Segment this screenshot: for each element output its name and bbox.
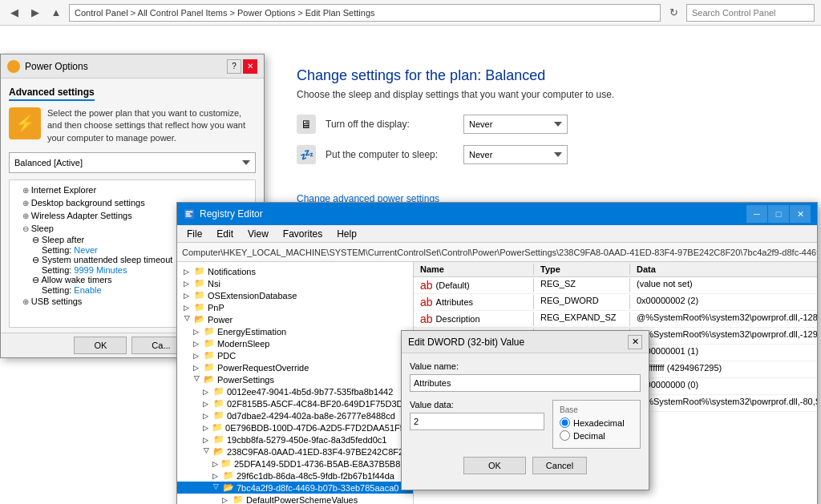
power-options-titlebar: Power Options ? ✕: [1, 54, 264, 79]
dword-content: Value name: Value data: Base Hexadecimal: [402, 353, 649, 482]
plan-select[interactable]: Balanced [Active]: [9, 152, 256, 173]
registry-tree: ▷📁Notifications ▷📁Nsi ▷📁OSExtensionDatab…: [177, 262, 414, 504]
reg-maximize-button[interactable]: □: [768, 205, 789, 223]
sleep-dropdown[interactable]: Never: [463, 145, 568, 164]
tree-pnp[interactable]: ▷📁PnP: [177, 301, 413, 313]
svg-rect-1: [186, 212, 193, 213]
value-data-input[interactable]: [410, 413, 544, 430]
base-label: Base: [560, 405, 633, 414]
hex-label: Hexadecimal: [573, 418, 625, 428]
dword-titlebar: Edit DWORD (32-bit) Value ✕: [402, 331, 649, 353]
value-name-input[interactable]: [410, 374, 641, 392]
tree-guid3[interactable]: ▷📁0d7dbae2-4294-402a-ba8e-26777e8488cd: [177, 409, 413, 421]
tree-pdc[interactable]: ▷📁PDC: [177, 349, 413, 361]
dword-close-button[interactable]: ✕: [628, 335, 642, 349]
forward-button[interactable]: ▶: [27, 5, 43, 21]
power-close-button[interactable]: ✕: [243, 59, 257, 74]
reg-minimize-button[interactable]: ─: [746, 205, 767, 223]
power-icon: ⚡: [9, 107, 41, 139]
back-button[interactable]: ◀: [6, 5, 22, 21]
display-label: Turn off the display:: [326, 119, 454, 130]
header-data: Data: [630, 264, 817, 275]
base-group: Base Hexadecimal Decimal: [552, 400, 641, 449]
power-help-button[interactable]: ?: [227, 59, 241, 74]
dword-btn-row: OK Cancel: [410, 457, 641, 474]
display-setting: 🖥 Turn off the display: Never: [297, 115, 797, 134]
tree-guid6[interactable]: ▷📂238C9FA8-0AAD-41ED-83F4-97BE242C8F20: [177, 446, 413, 458]
cp-title: Change settings for the plan: Balanced: [297, 67, 797, 84]
power-desc: Select the power plan that you want to c…: [47, 107, 256, 144]
dec-radio-row: Decimal: [560, 430, 633, 441]
tree-selected[interactable]: ▷📂7bc4a2f9-d8fc-4469-b07b-33eb785aaca0: [177, 482, 413, 494]
value-row-description[interactable]: ab Description REG_EXPAND_SZ @%SystemRoo…: [414, 311, 817, 328]
menu-edit[interactable]: Edit: [210, 226, 240, 242]
up-button[interactable]: ▲: [48, 5, 64, 21]
main-area: Change settings for the plan: Balanced C…: [0, 26, 821, 504]
address-path: Control Panel > All Control Panel Items …: [69, 4, 661, 22]
registry-menubar: File Edit View Favorites Help: [177, 225, 817, 243]
values-header: Name Type Data: [414, 262, 817, 277]
power-desc-box: ⚡ Select the power plan that you want to…: [9, 107, 256, 144]
tree-powerreq[interactable]: ▷📁PowerRequestOverride: [177, 361, 413, 373]
menu-file[interactable]: File: [180, 226, 208, 242]
wake-value: Enable: [74, 285, 101, 295]
value-data-label: Value data:: [410, 400, 544, 409]
tree-notifications[interactable]: ▷📁Notifications: [177, 265, 413, 277]
address-bar: ◀ ▶ ▲ Control Panel > All Control Panel …: [0, 0, 821, 26]
power-title-icon: [7, 60, 20, 73]
sleep-after-value: Never: [74, 245, 97, 255]
value-row-default[interactable]: ab (Default) REG_SZ (value not set): [414, 277, 817, 294]
search-input[interactable]: [686, 4, 815, 22]
tree-nsi[interactable]: ▷📁Nsi: [177, 277, 413, 289]
registry-addressbar: Computer\HKEY_LOCAL_MACHINE\SYSTEM\Curre…: [177, 243, 817, 262]
header-type: Type: [534, 264, 630, 275]
tree-guid4[interactable]: ▷📁0E796BDB-100D-47D6-A2D5-F7D2DAA51F51: [177, 421, 413, 433]
dword-row: Value data: Base Hexadecimal Decimal: [410, 400, 641, 449]
svg-rect-2: [186, 213, 190, 215]
menu-help[interactable]: Help: [330, 226, 363, 242]
dec-label: Decimal: [573, 431, 605, 441]
sleep-label: Put the computer to sleep:: [326, 149, 454, 160]
cp-subtitle: Choose the sleep and display settings th…: [297, 89, 797, 100]
tree-guid2[interactable]: ▷📁02F815B5-A5CF-4C84-BF20-649D1F75D3D8: [177, 397, 413, 409]
dword-title: Edit DWORD (32-bit) Value: [408, 337, 524, 348]
menu-view[interactable]: View: [241, 226, 275, 242]
tree-osext[interactable]: ▷📁OSExtensionDatabase: [177, 289, 413, 301]
hex-radio[interactable]: [560, 417, 570, 428]
tree-sub1[interactable]: ▷📁25DFA149-5DD1-4736-B5AB-E8A37B5B8187: [177, 458, 413, 470]
dword-cancel-button[interactable]: Cancel: [532, 457, 587, 474]
hex-radio-row: Hexadecimal: [560, 417, 633, 428]
sleep-setting: 💤 Put the computer to sleep: Never: [297, 145, 797, 164]
registry-title-text: Registry Editor: [200, 208, 263, 220]
tree-modern-sleep[interactable]: ▷📁ModernSleep: [177, 337, 413, 349]
registry-title-icon: [184, 208, 195, 220]
dec-radio[interactable]: [560, 430, 570, 441]
tree-power[interactable]: ▷📂Power: [177, 313, 413, 325]
ie-tree-item[interactable]: Internet Explorer: [13, 183, 252, 196]
dword-ok-button[interactable]: OK: [463, 457, 526, 474]
tree-sub2[interactable]: ▷📁29f6c1db-86da-48c5-9fdb-f2b67b1f44da: [177, 470, 413, 482]
power-ok-button[interactable]: OK: [74, 337, 127, 354]
svg-rect-3: [186, 216, 192, 217]
tree-powersettings[interactable]: ▷📂PowerSettings: [177, 373, 413, 385]
advanced-tab[interactable]: Advanced settings: [9, 87, 95, 101]
tree-guid5[interactable]: ▷📁19cbb8fa-5279-450e-9fac-8a3d5fedd0c1: [177, 433, 413, 446]
unattended-value: 9999 Minutes: [74, 265, 127, 275]
tree-energy[interactable]: ▷📁EnergyEstimation: [177, 325, 413, 337]
sleep-icon: 💤: [297, 145, 316, 164]
header-name: Name: [414, 264, 534, 275]
reg-close-button[interactable]: ✕: [790, 205, 811, 223]
tree-guid1[interactable]: ▷📁0012ee47-9041-4b5d-9b77-535fba8b1442: [177, 385, 413, 397]
power-window-title: Power Options: [25, 61, 88, 72]
edit-dword-dialog: Edit DWORD (32-bit) Value ✕ Value name: …: [401, 330, 649, 490]
menu-favorites[interactable]: Favorites: [277, 226, 329, 242]
tree-default-scheme[interactable]: ▷📁DefaultPowerSchemeValues: [177, 494, 413, 504]
display-icon: 🖥: [297, 115, 316, 134]
refresh-button[interactable]: ↻: [665, 5, 681, 21]
value-row-attributes[interactable]: ab Attributes REG_DWORD 0x00000002 (2): [414, 294, 817, 311]
display-dropdown[interactable]: Never: [463, 115, 568, 134]
registry-titlebar: Registry Editor ─ □ ✕: [177, 203, 817, 225]
value-name-label: Value name:: [410, 361, 641, 371]
